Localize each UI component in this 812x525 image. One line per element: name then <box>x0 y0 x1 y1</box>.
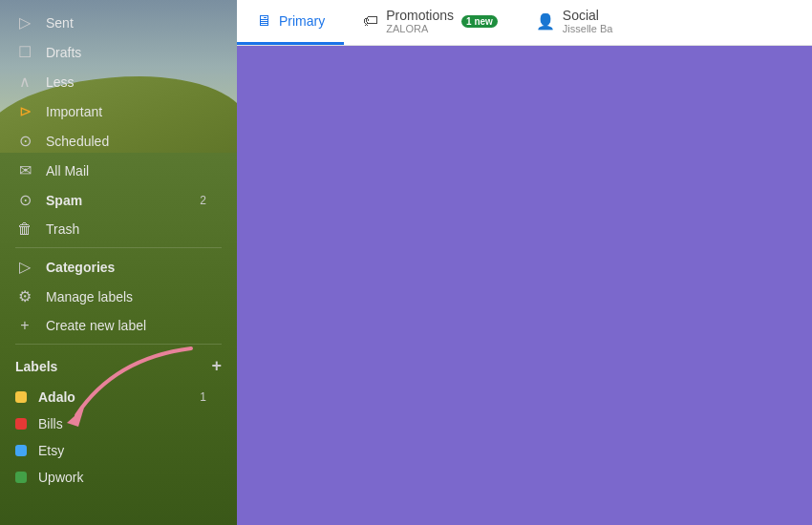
categories-expand-icon: ▷ <box>15 258 34 276</box>
sidebar-label-allmail: All Mail <box>46 163 89 178</box>
sidebar-label-trash: Trash <box>46 221 79 237</box>
labels-section-header: Labels + <box>0 348 237 384</box>
etsy-color-dot <box>15 445 27 456</box>
sidebar-item-important[interactable]: ⊳ Important <box>0 96 222 126</box>
adalo-count: 1 <box>200 390 206 404</box>
tab-social-subtitle: Jisselle Ba <box>563 23 613 34</box>
sidebar-label-sent: Sent <box>46 15 74 31</box>
sidebar: ▷ Sent ☐ Drafts ∧ Less ⊳ Important ⊙ Sch… <box>0 0 237 525</box>
tab-primary[interactable]: 🖥 Primary <box>237 0 344 45</box>
tab-promotions[interactable]: 🏷 Promotions ZALORA 1 new <box>344 0 517 45</box>
sidebar-item-create-new-label[interactable]: + Create new label <box>0 311 222 340</box>
tabs-bar: 🖥 Primary 🏷 Promotions ZALORA 1 new 👤 So… <box>237 0 812 46</box>
sidebar-item-adalo[interactable]: Adalo 1 <box>0 384 222 410</box>
adalo-color-dot <box>15 391 27 403</box>
bills-color-dot <box>15 418 27 430</box>
main-content <box>237 46 812 525</box>
sent-icon: ▷ <box>15 13 34 32</box>
social-label-group: Social Jisselle Ba <box>563 8 613 34</box>
upwork-color-dot <box>15 472 27 483</box>
sidebar-label-categories: Categories <box>46 260 115 275</box>
sidebar-item-upwork[interactable]: Upwork <box>0 464 222 491</box>
sidebar-label-upwork: Upwork <box>38 470 83 485</box>
sidebar-item-less[interactable]: ∧ Less <box>0 67 222 96</box>
drafts-icon: ☐ <box>15 43 34 61</box>
sidebar-label-scheduled: Scheduled <box>46 134 109 149</box>
sidebar-item-sent[interactable]: ▷ Sent <box>0 8 222 37</box>
divider-2 <box>15 344 222 345</box>
create-label-icon: + <box>15 317 34 334</box>
sidebar-nav: ▷ Sent ☐ Drafts ∧ Less ⊳ Important ⊙ Sch… <box>0 0 237 525</box>
sidebar-item-bills[interactable]: Bills <box>0 410 222 437</box>
sidebar-label-less: Less <box>46 74 75 90</box>
sidebar-label-create-new-label: Create new label <box>46 318 146 333</box>
allmail-icon: ✉ <box>15 161 34 179</box>
promotions-tab-icon: 🏷 <box>363 12 378 30</box>
tab-social-label: Social <box>563 8 613 23</box>
trash-icon: 🗑 <box>15 220 34 238</box>
scheduled-icon: ⊙ <box>15 132 34 150</box>
sidebar-item-allmail[interactable]: ✉ All Mail <box>0 156 222 185</box>
important-icon: ⊳ <box>15 102 34 120</box>
tab-promotions-label: Promotions <box>386 8 454 23</box>
promotions-badge: 1 new <box>461 15 498 28</box>
sidebar-item-trash[interactable]: 🗑 Trash <box>0 215 222 243</box>
primary-tab-icon: 🖥 <box>256 12 271 30</box>
manage-labels-icon: ⚙ <box>15 287 34 305</box>
sidebar-item-drafts[interactable]: ☐ Drafts <box>0 37 222 67</box>
sidebar-label-manage-labels: Manage labels <box>46 289 133 304</box>
sidebar-item-manage-labels[interactable]: ⚙ Manage labels <box>0 282 222 311</box>
sidebar-label-bills: Bills <box>38 416 63 431</box>
tab-social[interactable]: 👤 Social Jisselle Ba <box>517 0 632 45</box>
add-label-button[interactable]: + <box>211 356 222 376</box>
sidebar-item-spam[interactable]: ⊙ Spam 2 <box>0 185 222 215</box>
sidebar-label-drafts: Drafts <box>46 45 81 60</box>
sidebar-item-scheduled[interactable]: ⊙ Scheduled <box>0 126 222 156</box>
divider-1 <box>15 247 222 248</box>
sidebar-label-important: Important <box>46 104 102 119</box>
sidebar-label-adalo: Adalo <box>38 389 75 405</box>
less-icon: ∧ <box>15 73 34 91</box>
sidebar-label-etsy: Etsy <box>38 443 64 458</box>
spam-count: 2 <box>200 194 206 207</box>
sidebar-label-spam: Spam <box>46 193 82 208</box>
promotions-label-group: Promotions ZALORA <box>386 8 454 34</box>
labels-title: Labels <box>15 359 57 374</box>
tab-promotions-subtitle: ZALORA <box>386 23 454 34</box>
spam-icon: ⊙ <box>15 191 34 209</box>
social-tab-icon: 👤 <box>536 12 555 31</box>
sidebar-item-categories[interactable]: ▷ Categories <box>0 252 222 282</box>
tab-primary-label: Primary <box>279 13 325 29</box>
sidebar-item-etsy[interactable]: Etsy <box>0 437 222 464</box>
main-content-area <box>237 46 812 525</box>
